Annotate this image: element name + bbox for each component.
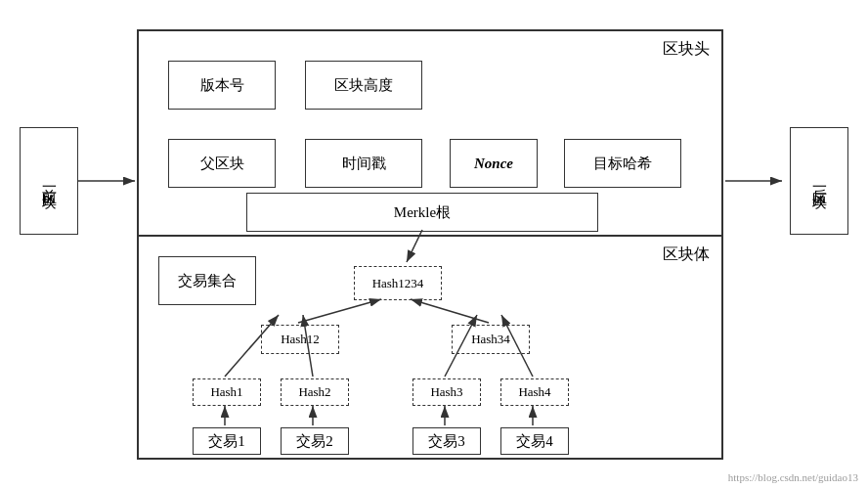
version-box: 版本号	[168, 61, 276, 110]
hash2-box: Hash2	[281, 378, 349, 406]
hash3-box: Hash3	[412, 378, 481, 406]
target-box: 目标哈希	[564, 139, 681, 188]
hash34-label: Hash34	[471, 332, 510, 347]
merkle-box: Merkle根	[246, 193, 598, 232]
tx2-box: 交易2	[281, 427, 349, 455]
tx2-label: 交易2	[296, 432, 333, 451]
block-header: 区块头 版本号 区块高度 父区块 时间戳 Nonce 目标哈希 Merkle根	[139, 31, 721, 237]
merkle-label: Merkle根	[394, 203, 451, 222]
version-label: 版本号	[200, 76, 244, 95]
block-body: 区块体 交易集合 Hash1234 Hash12 Hash34 Hash1 Ha…	[139, 237, 721, 462]
nonce-label: Nonce	[474, 156, 513, 172]
hash12-box: Hash12	[261, 325, 339, 354]
hash1234-box: Hash1234	[354, 266, 442, 300]
prev-block-label: 前一区块	[39, 177, 60, 185]
timestamp-label: 时间戳	[342, 155, 386, 173]
hash34-box: Hash34	[452, 325, 530, 354]
txset-label: 交易集合	[178, 272, 237, 290]
block-header-label: 区块头	[663, 39, 710, 60]
tx3-box: 交易3	[412, 427, 481, 455]
hash4-label: Hash4	[518, 384, 550, 400]
tx4-box: 交易4	[500, 427, 569, 455]
tx1-label: 交易1	[208, 432, 245, 451]
hash1-box: Hash1	[193, 378, 261, 406]
hash3-label: Hash3	[430, 384, 462, 400]
timestamp-box: 时间戳	[305, 139, 422, 188]
nonce-box: Nonce	[450, 139, 538, 188]
hash2-label: Hash2	[298, 384, 330, 400]
tx3-label: 交易3	[428, 432, 465, 451]
hash1234-label: Hash1234	[372, 276, 424, 291]
txset-box: 交易集合	[158, 256, 256, 305]
block-body-label: 区块体	[663, 244, 710, 265]
main-block: 区块头 版本号 区块高度 父区块 时间戳 Nonce 目标哈希 Merkle根	[137, 29, 723, 460]
height-label: 区块高度	[334, 76, 393, 95]
next-block-label: 后一区块	[809, 177, 830, 185]
hash1-label: Hash1	[210, 384, 242, 400]
height-box: 区块高度	[305, 61, 422, 110]
watermark: https://blog.csdn.net/guidao13	[728, 471, 858, 483]
parent-label: 父区块	[200, 155, 244, 173]
diagram: 前一区块 后一区块 区块头 版本号 区块高度 父区块 时间戳 Nonce	[0, 0, 868, 489]
tx4-label: 交易4	[516, 432, 553, 451]
tx1-box: 交易1	[193, 427, 261, 455]
prev-block: 前一区块	[20, 127, 78, 235]
watermark-text: https://blog.csdn.net/guidao13	[728, 471, 858, 483]
target-label: 目标哈希	[593, 155, 652, 173]
next-block: 后一区块	[790, 127, 848, 235]
hash4-box: Hash4	[500, 378, 569, 406]
hash12-label: Hash12	[281, 332, 320, 347]
parent-box: 父区块	[168, 139, 276, 188]
